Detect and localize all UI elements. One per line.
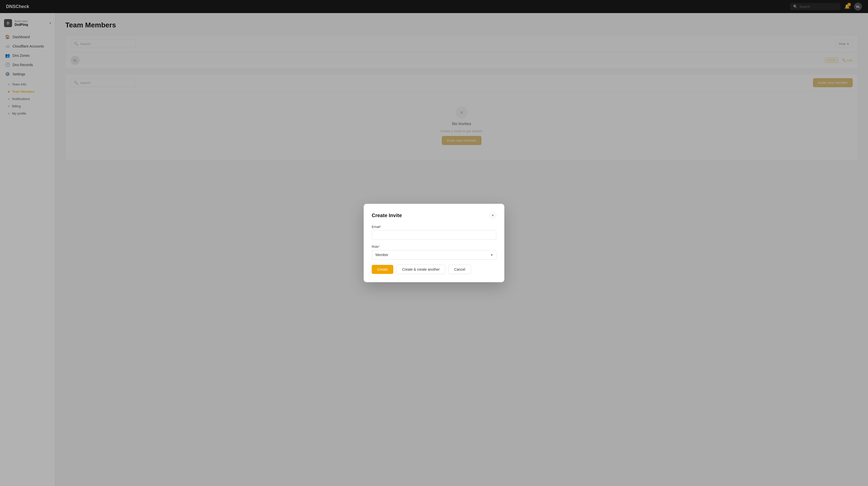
cancel-button[interactable]: Cancel bbox=[448, 265, 471, 274]
role-label: Role* bbox=[372, 245, 496, 248]
create-and-create-another-button[interactable]: Create & create another bbox=[396, 265, 445, 274]
email-label: Email* bbox=[372, 225, 496, 229]
role-form-group: Role* Member Admin Viewer ▾ bbox=[372, 245, 496, 260]
role-select-wrapper: Member Admin Viewer ▾ bbox=[372, 250, 496, 260]
modal-title: Create Invite bbox=[372, 213, 402, 218]
required-indicator: * bbox=[380, 225, 381, 229]
email-input[interactable] bbox=[372, 230, 496, 240]
modal-actions: Create Create & create another Cancel bbox=[372, 265, 496, 274]
create-button[interactable]: Create bbox=[372, 265, 393, 274]
role-select[interactable]: Member Admin Viewer bbox=[372, 250, 496, 260]
create-invite-modal: Create Invite ✕ Email* Role* Member Admi… bbox=[364, 204, 504, 282]
required-indicator: * bbox=[378, 245, 380, 248]
modal-header: Create Invite ✕ bbox=[372, 212, 496, 219]
modal-overlay: Create Invite ✕ Email* Role* Member Admi… bbox=[0, 0, 868, 486]
email-form-group: Email* bbox=[372, 225, 496, 240]
modal-close-button[interactable]: ✕ bbox=[489, 212, 496, 219]
